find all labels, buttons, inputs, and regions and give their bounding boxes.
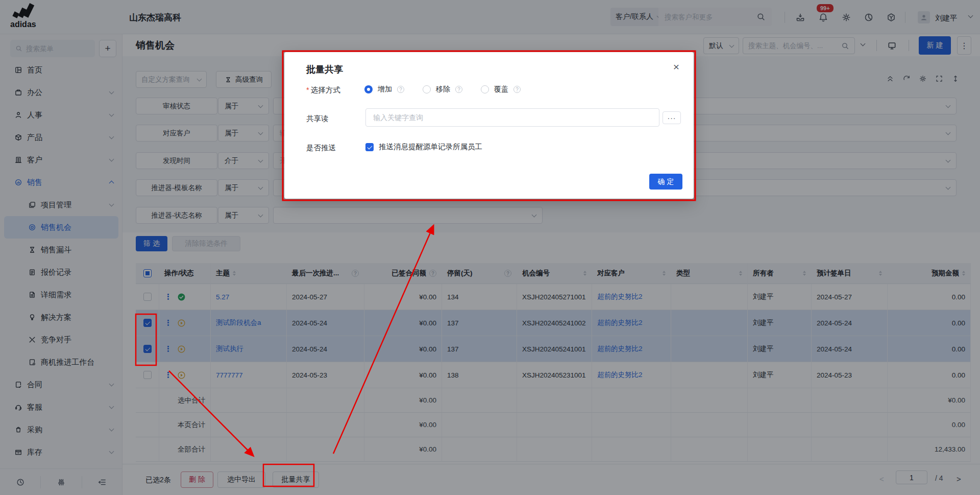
field-label-text: 选择方式	[311, 86, 340, 94]
push-label: 是否推送	[306, 143, 336, 153]
method-field-label: *选择方式	[306, 85, 340, 95]
radio-overwrite[interactable]	[481, 85, 489, 93]
method-radio-group: 增加 ? 移除 ? 覆盖 ?	[364, 85, 521, 94]
help-icon: ?	[397, 86, 404, 93]
batch-share-modal: 批量共享 × *选择方式 增加 ? 移除 ? 覆盖 ? 共享读 ··· 是否推送…	[284, 52, 694, 199]
radio-add-label: 增加	[378, 85, 392, 94]
radio-remove-label: 移除	[436, 85, 450, 94]
radio-add[interactable]	[364, 85, 373, 93]
share-read-label: 共享读	[306, 114, 329, 124]
required-asterisk: *	[306, 86, 309, 94]
share-read-input[interactable]	[365, 108, 659, 127]
radio-overwrite-label: 覆盖	[494, 85, 508, 94]
modal-title: 批量共享	[306, 63, 343, 76]
push-option-row: 推送消息提醒源单记录所属员工	[365, 142, 482, 152]
confirm-button[interactable]: 确 定	[649, 174, 682, 190]
help-icon: ?	[513, 86, 521, 93]
push-option-label: 推送消息提醒源单记录所属员工	[379, 142, 482, 152]
close-icon[interactable]: ×	[673, 61, 679, 72]
radio-remove[interactable]	[423, 85, 431, 93]
share-read-more-button[interactable]: ···	[663, 111, 681, 124]
help-icon: ?	[455, 86, 462, 93]
push-checkbox[interactable]	[365, 143, 374, 151]
